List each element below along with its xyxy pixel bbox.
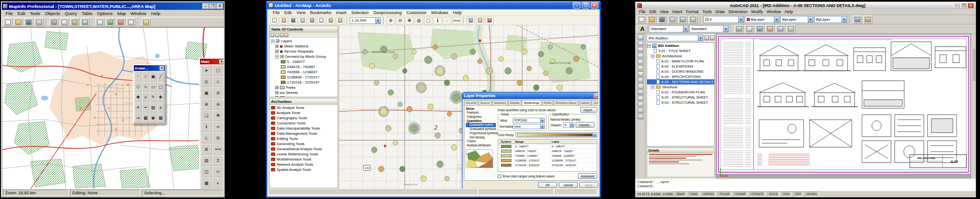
print-icon[interactable] — [34, 18, 44, 26]
district-tool[interactable]: ◫ — [201, 166, 212, 177]
maximize-icon[interactable]: ❐ — [582, 2, 589, 8]
minimize-icon[interactable]: – — [953, 3, 960, 8]
menu-selection[interactable]: Selection — [349, 10, 371, 15]
zoom-extents-icon[interactable] — [786, 25, 795, 33]
toolbox-item[interactable]: Linear Referencing Tools — [270, 152, 338, 157]
statistics-button[interactable]: Σ — [212, 155, 224, 166]
symbol-style-button[interactable]: ✶ — [134, 102, 142, 113]
menu-window[interactable]: Window — [765, 9, 783, 14]
undo-icon[interactable] — [80, 18, 90, 26]
polar-toggle[interactable]: POLAR — [718, 191, 731, 197]
menu-geoprocessing[interactable]: Geoprocessing — [371, 10, 404, 15]
class-row[interactable]: 0 - 2484770 - 248477 — [498, 144, 597, 149]
tab-fields[interactable]: Fields — [542, 100, 554, 105]
polygon-select-tool[interactable]: ◇ — [212, 76, 224, 87]
class-row[interactable]: 248478 - 742657248478 - 742657 — [498, 149, 597, 153]
hatch-tool[interactable] — [638, 65, 643, 70]
help-pointer-icon[interactable] — [141, 18, 151, 26]
show-item-graduated-colors[interactable]: Graduated colors — [466, 123, 496, 127]
menu-edit[interactable]: Edit — [648, 9, 658, 14]
text-tool[interactable] — [638, 71, 643, 77]
chevron-down-icon[interactable]: ▼ — [808, 16, 813, 23]
sheet-set-combo[interactable]: IRD Addition▼ — [647, 35, 703, 41]
dimension-icon[interactable] — [734, 25, 744, 33]
menu-file[interactable]: File — [270, 10, 282, 15]
zoom-window-icon[interactable] — [776, 25, 785, 33]
close-icon[interactable]: ✕ — [591, 2, 598, 8]
layer-properties-dialog[interactable]: Layer Properties ✕ General Source Select… — [462, 92, 598, 189]
checkbox[interactable] — [275, 91, 278, 94]
new-grapher-icon[interactable] — [116, 18, 125, 26]
color-ramp-combo[interactable]: ▼ — [516, 132, 597, 138]
subset-item[interactable]: Architectural — [647, 54, 714, 59]
value-combo[interactable]: POP2000▼ — [513, 118, 545, 123]
custom-polyline-tool[interactable]: ↝ — [134, 113, 142, 123]
dyn-toggle[interactable]: DYN — [781, 191, 791, 197]
tab-labels[interactable]: Labels — [579, 100, 591, 105]
qnew-icon[interactable] — [637, 15, 646, 24]
erase-tool[interactable] — [638, 77, 643, 83]
zoom-in-tool[interactable]: ⊕ — [386, 17, 395, 24]
maximize-icon[interactable]: ❐ — [960, 3, 967, 8]
move-tool[interactable] — [638, 102, 643, 107]
checkbox[interactable] — [498, 175, 501, 178]
class-table[interactable]: Symbol Range Label 0 - 2484770 - 248477 … — [498, 139, 597, 172]
subset-item[interactable]: Structural — [647, 84, 714, 90]
arcmap-titlebar[interactable]: Untitled - ArcMap - ArcInfo – ❐ ✕ — [267, 1, 600, 9]
symbol-tool[interactable]: ✱ — [134, 92, 142, 102]
snap-toggle[interactable]: SNAP — [675, 191, 687, 197]
maximize-icon[interactable]: ❐ — [209, 3, 216, 9]
offset-tool[interactable] — [638, 96, 643, 101]
toolbox-item[interactable]: Data Interoperability Tools — [270, 126, 338, 131]
zoom-out-tool[interactable]: ⊖ — [396, 17, 404, 24]
legend-button[interactable]: ▤ — [201, 155, 212, 166]
menu-edit[interactable]: Edit — [15, 11, 27, 16]
menu-edit[interactable]: Edit — [282, 10, 294, 15]
show-item[interactable]: Multiple Attributes — [466, 144, 496, 148]
ellipse-tool[interactable]: ○ — [142, 71, 149, 82]
trim-tool[interactable] — [638, 108, 643, 113]
properties-icon[interactable] — [853, 15, 862, 24]
menu-view[interactable]: View — [658, 9, 670, 14]
menu-tools[interactable]: Tools — [701, 9, 714, 14]
menu-windows[interactable]: Windows — [429, 10, 451, 15]
open-icon[interactable] — [647, 15, 656, 24]
toolbox-item[interactable]: Network Analyst Tools — [270, 162, 338, 167]
toolbox-item[interactable]: Editing Tools — [270, 136, 338, 141]
class-row[interactable]: 1731018 - 22251971731018 - 2225197 — [498, 163, 597, 168]
chevron-down-icon[interactable]: ▼ — [593, 133, 597, 137]
menu-objects[interactable]: Objects — [43, 11, 62, 16]
minimize-icon[interactable]: – — [573, 2, 580, 8]
text-style-button[interactable]: ᴀ — [157, 102, 164, 113]
lineweight-combo[interactable]: ByLayer▼ — [814, 16, 847, 23]
close-icon[interactable]: ✕ — [967, 3, 974, 8]
close-icon[interactable]: ✕ — [219, 60, 224, 64]
checkbox[interactable] — [276, 39, 279, 43]
label-tool[interactable]: L — [201, 132, 212, 144]
reshape-tool[interactable]: ✎ — [149, 92, 157, 102]
color-combo[interactable]: ByLayer ▼ — [745, 16, 779, 23]
pan-tool[interactable]: ✥ — [405, 17, 414, 24]
tab-symbology[interactable]: Symbology — [522, 100, 541, 105]
show-item[interactable]: Quantities — [466, 119, 496, 123]
new-sheet-icon[interactable] — [710, 36, 715, 40]
vertical-scrollbar[interactable] — [971, 34, 976, 178]
toc-item-basemap[interactable]: Basemap — [270, 95, 338, 97]
autocad-titlebar[interactable]: AutoCAD 2011 - [IRD Addition - A-05 SECT… — [635, 2, 976, 9]
region-style-button[interactable]: ▨ — [149, 102, 157, 113]
chevron-down-icon[interactable]: ▼ — [540, 118, 544, 122]
text-tool[interactable]: A — [142, 92, 149, 102]
menu-help[interactable]: Help — [149, 11, 163, 16]
toolbox-item[interactable]: Analysis Tools — [270, 110, 338, 115]
new-table-icon[interactable] — [3, 18, 13, 26]
minimize-icon[interactable]: – — [202, 3, 209, 9]
toc-item-stations[interactable]: Meter Stations — [270, 44, 338, 49]
measure-tool[interactable]: ⟺ — [452, 17, 461, 24]
find-tool[interactable]: ◌ — [443, 17, 451, 24]
toolbox-item[interactable]: Conversion Tools — [270, 121, 338, 126]
undo-icon[interactable] — [678, 15, 687, 24]
sheet-item[interactable]: A-03 - DOORS WINDOWS — [647, 69, 714, 74]
new-mapper-icon[interactable] — [106, 18, 115, 26]
import-button[interactable]: Import... — [580, 107, 597, 113]
class-row[interactable]: 1236838 - 17310171236838 - 1731017 — [498, 158, 597, 163]
